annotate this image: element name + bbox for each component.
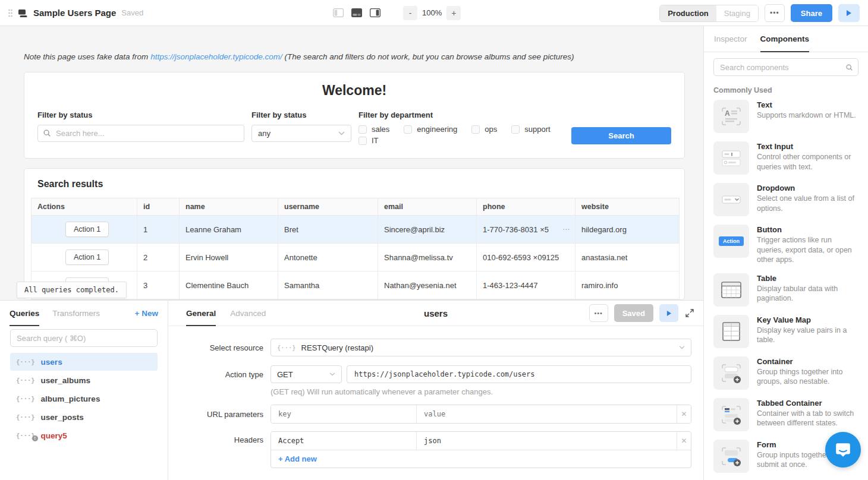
checkbox-engineering[interactable]: engineering — [404, 125, 457, 134]
table-row[interactable]: Action 1 2 Ervin Howell Antonette Shanna… — [32, 244, 680, 271]
component-button[interactable]: Action Button Trigger actions like run q… — [704, 225, 868, 265]
query-search-input[interactable] — [10, 329, 158, 347]
checkbox-box[interactable] — [404, 125, 412, 134]
query-item-query5[interactable]: {···}! query5 — [10, 427, 158, 444]
tab-inspector[interactable]: Inspector — [714, 26, 747, 52]
toggle-bottom-panel-icon[interactable] — [351, 8, 362, 17]
resource-select[interactable]: {···} RESTQuery (restapi) — [271, 339, 691, 356]
checkbox-label: engineering — [417, 125, 457, 134]
search-button[interactable]: Search — [571, 127, 671, 144]
query-saved-button[interactable]: Saved — [614, 304, 653, 322]
table-row[interactable]: Action 1 3 Clementine Bauch Samantha Nat… — [32, 271, 680, 299]
topbar-more-button[interactable]: ••• — [765, 4, 785, 22]
table-row[interactable]: Action 1 1 Leanne Graham Bret Sincere@ap… — [32, 216, 680, 244]
query-item-user-posts[interactable]: {···} user_posts — [10, 408, 158, 426]
col-email[interactable]: email — [378, 198, 477, 216]
checkbox-box[interactable] — [511, 125, 520, 134]
checkbox-ops[interactable]: ops — [471, 125, 497, 134]
run-hint: (GET req) Will run automatically wheneve… — [271, 387, 493, 396]
component-description: Select one value from a list of options. — [757, 194, 858, 213]
env-production-button[interactable]: Production — [660, 5, 716, 21]
toggle-left-panel-icon[interactable] — [333, 8, 344, 17]
query-more-button[interactable]: ••• — [589, 304, 608, 322]
query-item-user-albums[interactable]: {···} user_albums — [10, 371, 158, 389]
env-staging-button[interactable]: Staging — [716, 5, 758, 21]
component-table[interactable]: Table Display tabular data with paginati… — [704, 273, 868, 307]
component-description: Display tabular data with pagination. — [757, 284, 858, 304]
tab-components[interactable]: Components — [760, 26, 810, 52]
status-search-input[interactable] — [37, 125, 244, 142]
status-dropdown[interactable]: any — [251, 125, 351, 142]
chevron-down-icon — [679, 346, 685, 349]
welcome-title: Welcome! — [24, 83, 684, 99]
cell-name: Clementine Bauch — [180, 271, 278, 299]
query-error-icon: {···}! — [16, 432, 35, 439]
toggle-right-panel-icon[interactable] — [370, 8, 380, 17]
query-editor: users General Advanced ••• Saved Select … — [168, 300, 703, 480]
tab-advanced[interactable]: Advanced — [230, 301, 266, 326]
param-value-input[interactable] — [417, 405, 677, 423]
query-item-label: user_posts — [41, 413, 84, 422]
url-input[interactable] — [347, 365, 691, 383]
query-item-users[interactable]: {···} users — [10, 353, 158, 371]
tab-general[interactable]: General — [186, 301, 216, 326]
checkbox-box[interactable] — [358, 137, 367, 145]
action-type-value: GET — [277, 370, 293, 379]
topbar: Sample Users Page Saved - 100% + Product… — [0, 0, 868, 26]
expand-editor-button[interactable] — [684, 308, 695, 318]
cell-email: Sincere@april.biz — [378, 216, 477, 244]
checkbox-support[interactable]: support — [511, 125, 550, 134]
col-phone[interactable]: phone — [477, 198, 575, 216]
query-run-button[interactable] — [659, 304, 678, 322]
new-query-button[interactable]: + New — [135, 309, 158, 318]
cell-username: Antonette — [278, 244, 378, 271]
row-action-button[interactable]: Action 1 — [65, 222, 109, 237]
col-id[interactable]: id — [137, 198, 180, 216]
preview-run-button[interactable] — [838, 4, 860, 22]
component-key-value-map[interactable]: Key Value Map Display key value pairs in… — [704, 315, 868, 348]
checkbox-box[interactable] — [471, 125, 480, 134]
queries-toast: All queries completed. — [17, 282, 127, 298]
tab-queries[interactable]: Queries — [10, 301, 39, 326]
share-button[interactable]: Share — [791, 4, 832, 22]
param-key-input[interactable] — [271, 405, 417, 423]
remove-header-button[interactable]: ✕ — [677, 432, 691, 450]
col-website[interactable]: website — [575, 198, 680, 216]
cell-overflow-button[interactable]: ⋯ — [562, 225, 570, 233]
col-actions[interactable]: Actions — [32, 198, 137, 216]
pages-icon[interactable] — [18, 8, 28, 18]
resource-label: Select resource — [174, 343, 271, 352]
row-action-button[interactable]: Action 1 — [65, 250, 109, 265]
checkbox-it[interactable]: IT — [358, 136, 379, 145]
checkbox-box[interactable] — [358, 125, 367, 134]
add-header-button[interactable]: + Add new — [271, 450, 691, 468]
component-dropdown[interactable]: Dropdown Select one value from a list of… — [704, 183, 868, 216]
checkbox-label: sales — [372, 125, 389, 134]
note-link[interactable]: https://jsonplaceholder.typicode.com/ — [150, 52, 282, 61]
checkbox-sales[interactable]: sales — [358, 125, 389, 134]
checkbox-label: ops — [485, 125, 497, 134]
component-text[interactable]: A Text Supports markdown or HTML. — [704, 100, 868, 133]
drag-handle-icon[interactable] — [8, 9, 12, 17]
cell-id: 1 — [137, 216, 180, 244]
search-results-container: Search results Actions id name username … — [24, 168, 685, 300]
remove-param-button[interactable]: ✕ — [677, 405, 691, 423]
tab-transformers[interactable]: Transformers — [52, 301, 100, 326]
component-text-input[interactable]: Text Input Control other components or q… — [704, 141, 868, 175]
header-value-input[interactable] — [417, 432, 677, 450]
zoom-in-button[interactable]: + — [446, 6, 461, 20]
col-username[interactable]: username — [278, 198, 378, 216]
query-item-album-pictures[interactable]: {···} album_pictures — [10, 390, 158, 408]
chat-launcher-button[interactable] — [825, 432, 861, 468]
app-title: Sample Users Page — [33, 8, 116, 18]
col-name[interactable]: name — [180, 198, 278, 216]
component-container[interactable]: Container Group things together into gro… — [704, 356, 868, 390]
component-description: Display key value pairs in a table. — [757, 326, 858, 345]
component-tabbed-container[interactable]: Tabbed Container Container with a tab to… — [704, 398, 868, 431]
components-search-input[interactable] — [713, 58, 858, 76]
zoom-out-button[interactable]: - — [403, 6, 417, 20]
chevron-down-icon — [338, 131, 345, 135]
action-type-select[interactable]: GET — [271, 365, 342, 383]
component-name: Key Value Map — [757, 315, 858, 324]
header-key-input[interactable] — [271, 432, 417, 450]
